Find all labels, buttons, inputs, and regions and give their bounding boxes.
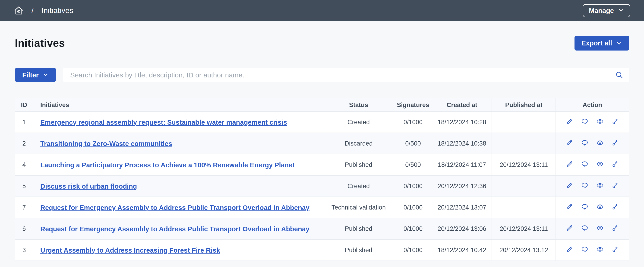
- search-icon[interactable]: [615, 71, 623, 79]
- chevron-down-icon: [616, 40, 622, 46]
- permissions-key-icon[interactable]: [612, 160, 619, 168]
- answer-speech-bubble-icon[interactable]: [581, 160, 588, 168]
- preview-eye-icon[interactable]: [596, 160, 604, 168]
- table-row: 3 Urgent Assembly to Address Increasing …: [15, 239, 629, 261]
- initiative-title-link[interactable]: Urgent Assembly to Address Increasing Fo…: [40, 246, 220, 254]
- cell-published-at: [492, 197, 556, 218]
- col-header-initiatives: Initiatives: [33, 98, 323, 112]
- initiative-title-link[interactable]: Request for Emergency Assembly to Addres…: [40, 204, 310, 211]
- cell-published-at: [492, 133, 556, 154]
- permissions-key-icon[interactable]: [612, 246, 619, 253]
- initiatives-table-wrap: ID Initiatives Status Signatures Created…: [15, 98, 629, 261]
- initiative-title-link[interactable]: Launching a Participatory Process to Ach…: [40, 161, 295, 168]
- cell-id: 2: [15, 133, 33, 154]
- cell-published-at: [492, 175, 556, 197]
- col-header-id: ID: [15, 98, 33, 112]
- edit-pencil-icon[interactable]: [566, 118, 573, 125]
- edit-pencil-icon[interactable]: [566, 139, 573, 146]
- preview-eye-icon[interactable]: [596, 203, 604, 210]
- cell-published-at: 20/12/2024 13:12: [492, 239, 556, 261]
- cell-status: Discarded: [323, 133, 394, 154]
- cell-created-at: 18/12/2024 10:38: [432, 133, 492, 154]
- page-title: Initiatives: [15, 37, 65, 49]
- cell-signatures: 0/500: [394, 154, 432, 175]
- preview-eye-icon[interactable]: [596, 246, 604, 253]
- breadcrumb-separator: /: [32, 6, 34, 15]
- cell-created-at: 20/12/2024 12:36: [432, 175, 492, 197]
- edit-pencil-icon[interactable]: [566, 246, 573, 253]
- cell-created-at: 18/12/2024 10:28: [432, 112, 492, 133]
- cell-signatures: 0/1000: [394, 197, 432, 218]
- preview-eye-icon[interactable]: [596, 224, 604, 232]
- cell-status: Created: [323, 112, 394, 133]
- search-box: [63, 68, 629, 82]
- cell-signatures: 0/1000: [394, 218, 432, 239]
- table-row: 2 Transitioning to Zero-Waste communitie…: [15, 133, 629, 154]
- preview-eye-icon[interactable]: [596, 182, 604, 189]
- initiative-title-link[interactable]: Request for Emergency Assembly to Addres…: [40, 225, 310, 232]
- initiative-title-link[interactable]: Transitioning to Zero-Waste communities: [40, 140, 172, 147]
- initiatives-admin-page: / Initiatives Manage Initiatives Export …: [0, 0, 644, 267]
- cell-id: 5: [15, 175, 33, 197]
- cell-id: 6: [15, 218, 33, 239]
- cell-status: Published: [323, 239, 394, 261]
- initiative-title-link[interactable]: Emergency regional assembly request: Sus…: [40, 118, 287, 126]
- cell-id: 4: [15, 154, 33, 175]
- permissions-key-icon[interactable]: [612, 224, 619, 232]
- cell-signatures: 0/1000: [394, 175, 432, 197]
- search-input[interactable]: [63, 68, 629, 82]
- permissions-key-icon[interactable]: [612, 182, 619, 189]
- col-header-status: Status: [323, 98, 394, 112]
- answer-speech-bubble-icon[interactable]: [581, 246, 588, 253]
- cell-created-at: 18/12/2024 11:07: [432, 154, 492, 175]
- filter-button-label: Filter: [22, 71, 39, 79]
- export-all-button[interactable]: Export all: [574, 36, 629, 51]
- cell-created-at: 18/12/2024 10:42: [432, 239, 492, 261]
- chevron-down-icon: [618, 8, 624, 14]
- chevron-down-icon: [43, 72, 49, 78]
- preview-eye-icon[interactable]: [596, 118, 604, 125]
- page-header: Initiatives Export all: [15, 33, 629, 53]
- table-row: 7 Request for Emergency Assembly to Addr…: [15, 197, 629, 218]
- col-header-action: Action: [556, 98, 629, 112]
- col-header-created-at: Created at: [432, 98, 492, 112]
- cell-status: Technical validation: [323, 197, 394, 218]
- answer-speech-bubble-icon[interactable]: [581, 139, 588, 146]
- edit-pencil-icon[interactable]: [566, 203, 573, 210]
- cell-status: Published: [323, 154, 394, 175]
- cell-status: Created: [323, 175, 394, 197]
- permissions-key-icon[interactable]: [612, 118, 619, 125]
- preview-eye-icon[interactable]: [596, 139, 604, 146]
- initiatives-table: ID Initiatives Status Signatures Created…: [15, 98, 629, 261]
- answer-speech-bubble-icon[interactable]: [581, 182, 588, 189]
- cell-status: Published: [323, 218, 394, 239]
- cell-signatures: 0/500: [394, 133, 432, 154]
- cell-created-at: 20/12/2024 13:06: [432, 218, 492, 239]
- edit-pencil-icon[interactable]: [566, 182, 573, 189]
- col-header-signatures: Signatures: [394, 98, 432, 112]
- permissions-key-icon[interactable]: [612, 139, 619, 146]
- edit-pencil-icon[interactable]: [566, 160, 573, 168]
- table-row: 6 Request for Emergency Assembly to Addr…: [15, 218, 629, 239]
- table-row: 1 Emergency regional assembly request: S…: [15, 112, 629, 133]
- header-divider: [15, 61, 629, 61]
- cell-id: 7: [15, 197, 33, 218]
- cell-published-at: 20/12/2024 13:11: [492, 154, 556, 175]
- filter-button[interactable]: Filter: [15, 68, 56, 82]
- answer-speech-bubble-icon[interactable]: [581, 203, 588, 210]
- initiative-title-link[interactable]: Discuss risk of urban flooding: [40, 182, 137, 190]
- cell-id: 3: [15, 239, 33, 261]
- manage-button-label: Manage: [589, 7, 614, 14]
- home-gear-icon[interactable]: [14, 6, 24, 15]
- manage-button[interactable]: Manage: [583, 4, 630, 17]
- answer-speech-bubble-icon[interactable]: [581, 118, 588, 125]
- edit-pencil-icon[interactable]: [566, 224, 573, 232]
- answer-speech-bubble-icon[interactable]: [581, 224, 588, 232]
- cell-created-at: 20/12/2024 13:07: [432, 197, 492, 218]
- filter-search-toolbar: Filter: [15, 68, 629, 82]
- cell-signatures: 0/1000: [394, 112, 432, 133]
- breadcrumb-current: Initiatives: [42, 6, 74, 15]
- table-header-row: ID Initiatives Status Signatures Created…: [15, 98, 629, 112]
- permissions-key-icon[interactable]: [612, 203, 619, 210]
- export-all-label: Export all: [582, 39, 612, 47]
